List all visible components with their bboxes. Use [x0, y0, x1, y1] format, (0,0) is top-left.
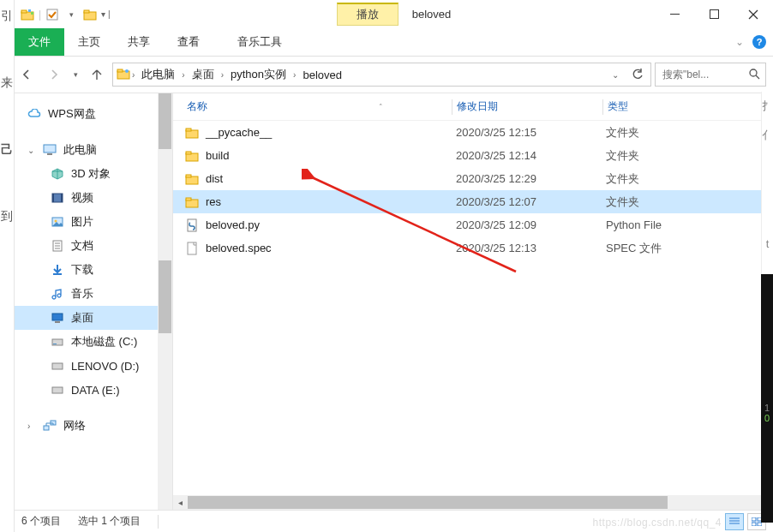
sidebar-item-drive-c[interactable]: 本地磁盘 (C:) — [15, 330, 172, 354]
file-date: 2020/3/25 12:09 — [452, 218, 602, 231]
folder-icon — [185, 172, 199, 186]
drive-icon — [51, 383, 64, 397]
chevron-right-icon[interactable]: › — [182, 70, 184, 80]
file-name: beloved.py — [206, 218, 260, 231]
svg-rect-8 — [710, 10, 718, 19]
tab-share[interactable]: 共享 — [114, 28, 164, 56]
py-icon — [185, 218, 199, 232]
cube-icon — [51, 167, 64, 181]
sidebar-item-thispc[interactable]: ⌄ 此电脑 — [15, 138, 172, 162]
view-details-button[interactable] — [725, 513, 744, 530]
nav-forward-button[interactable] — [42, 63, 66, 87]
col-date[interactable]: 修改日期 — [452, 99, 602, 114]
file-name: res — [206, 195, 221, 208]
chevron-right-icon[interactable]: › — [293, 70, 296, 80]
help-icon[interactable]: ? — [752, 35, 766, 49]
sidebar-item-3d[interactable]: 3D 对象 — [15, 162, 172, 186]
svg-rect-32 — [52, 363, 63, 369]
sidebar-item-downloads[interactable]: 下载 — [15, 258, 172, 282]
sidebar-item-drive-d[interactable]: LENOVO (D:) — [15, 354, 172, 378]
chevron-right-icon[interactable]: › — [132, 70, 135, 80]
folder-icon — [20, 7, 35, 22]
file-row[interactable]: beloved.spec2020/3/25 12:13SPEC 文件 — [173, 236, 773, 260]
nav-back-button[interactable] — [15, 63, 39, 87]
file-name: beloved.spec — [206, 242, 272, 254]
file-type: 文件夹 — [602, 194, 773, 210]
sidebar-item-desktop[interactable]: 桌面 — [15, 306, 172, 330]
file-date: 2020/3/25 12:07 — [452, 195, 602, 208]
sort-asc-icon: ˄ — [379, 103, 383, 111]
document-icon — [51, 239, 64, 253]
file-type: Python File — [602, 218, 773, 231]
download-icon — [51, 263, 64, 277]
file-row[interactable]: dist2020/3/25 12:29文件夹 — [173, 167, 773, 190]
file-row[interactable]: beloved.py2020/3/25 12:09Python File — [173, 213, 773, 236]
file-type: SPEC 文件 — [602, 241, 773, 256]
quick-access-toolbar: | ▾ ▾ | — [15, 0, 116, 28]
crumb-beloved[interactable]: beloved — [297, 66, 347, 84]
watermark-text: https://blog.csdn.net/qq_4 — [593, 517, 722, 529]
sidebar-label: 视频 — [71, 190, 93, 206]
maximize-button[interactable] — [694, 2, 734, 27]
file-type: 文件夹 — [602, 125, 773, 140]
qat-dropdown-icon[interactable]: ▾ — [63, 7, 79, 22]
sidebar: WPS网盘 ⌄ 此电脑 3D 对象 视频 图片 文档 下载 音乐 桌面 本地磁盘… — [15, 93, 173, 510]
contextual-tab-play[interactable]: 播放 — [337, 3, 398, 26]
sidebar-item-drive-e[interactable]: DATA (E:) — [15, 378, 172, 402]
svg-point-13 — [125, 69, 129, 73]
qat-overflow-icon[interactable]: ▾ | — [101, 9, 110, 19]
crumb-thispc[interactable]: 此电脑 — [136, 64, 180, 85]
nav-up-button[interactable] — [85, 63, 109, 87]
window-title: beloved — [412, 8, 452, 21]
svg-rect-2 — [28, 9, 31, 12]
tab-view[interactable]: 查看 — [164, 28, 213, 56]
svg-rect-43 — [186, 198, 191, 200]
sidebar-item-docs[interactable]: 文档 — [15, 234, 172, 258]
file-row[interactable]: build2020/3/25 12:14文件夹 — [173, 144, 773, 167]
col-name[interactable]: 名称˄ — [173, 99, 452, 114]
sidebar-label: 图片 — [71, 214, 93, 230]
sidebar-label: LENOVO (D:) — [71, 360, 139, 373]
sidebar-item-video[interactable]: 视频 — [15, 186, 172, 210]
file-date: 2020/3/25 12:14 — [452, 149, 602, 162]
minimize-button[interactable] — [655, 2, 694, 27]
col-type[interactable]: 类型 — [603, 99, 773, 114]
ribbon-tabs: 文件 主页 共享 查看 音乐工具 ⌄ ? — [0, 28, 773, 57]
sidebar-item-network[interactable]: › 网络 — [15, 414, 172, 438]
addr-dropdown-icon[interactable]: ⌄ — [606, 65, 625, 84]
sidebar-label: 本地磁盘 (C:) — [71, 334, 137, 350]
expand-icon[interactable]: ⌄ — [27, 146, 36, 155]
refresh-button[interactable] — [628, 65, 647, 84]
file-date: 2020/3/25 12:15 — [452, 126, 602, 139]
expand-icon[interactable]: › — [27, 421, 36, 431]
close-button[interactable] — [734, 2, 773, 27]
ribbon-expand-icon[interactable]: ⌄ — [735, 36, 744, 48]
tab-home[interactable]: 主页 — [64, 28, 114, 56]
file-row[interactable]: res2020/3/25 12:07文件夹 — [173, 190, 773, 213]
search-box[interactable] — [655, 63, 766, 87]
svg-point-22 — [55, 220, 57, 223]
sidebar-item-music[interactable]: 音乐 — [15, 282, 172, 306]
sidebar-item-images[interactable]: 图片 — [15, 210, 172, 234]
crumb-desktop[interactable]: 桌面 — [187, 64, 219, 85]
search-input[interactable] — [661, 68, 738, 81]
crumb-python[interactable]: python实例 — [225, 64, 291, 85]
nav-recent-dropdown[interactable]: ▾ — [69, 63, 81, 87]
sidebar-scrollbar[interactable] — [158, 93, 172, 510]
horizontal-scrollbar[interactable]: ◂ ▸ — [173, 495, 773, 510]
status-selected-count: 选中 1 个项目 — [78, 514, 141, 529]
svg-rect-6 — [84, 10, 89, 13]
search-icon[interactable] — [748, 68, 760, 82]
scroll-left-icon[interactable]: ◂ — [173, 495, 188, 510]
tab-music-tools[interactable]: 音乐工具 — [224, 28, 296, 56]
sidebar-label: 网络 — [63, 418, 86, 433]
checkbox-icon[interactable] — [45, 7, 60, 22]
file-row[interactable]: __pycache__2020/3/25 12:15文件夹 — [173, 121, 773, 144]
address-bar[interactable]: › 此电脑 › 桌面 › python实例 › beloved ⌄ — [112, 63, 651, 87]
tab-file[interactable]: 文件 — [15, 28, 64, 56]
titlebar: | ▾ ▾ | 播放 beloved — [0, 0, 773, 28]
chevron-right-icon[interactable]: › — [221, 70, 224, 80]
svg-rect-33 — [52, 387, 63, 393]
sidebar-item-wps[interactable]: WPS网盘 — [15, 102, 172, 126]
svg-rect-31 — [53, 344, 57, 344]
